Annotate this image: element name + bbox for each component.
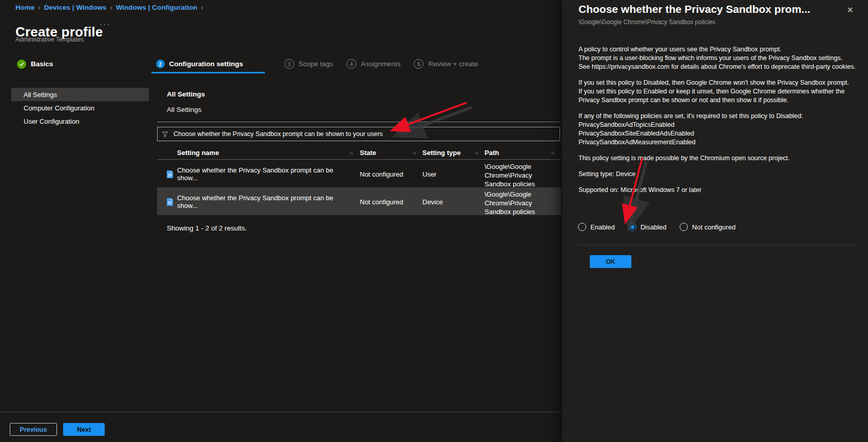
wizard-steps: Basics 2 Configuration settings 3 Scope …	[17, 59, 478, 69]
section-title: All Settings	[167, 90, 205, 98]
cell-setting-type: Device	[422, 198, 485, 206]
policy-document-icon	[166, 170, 173, 178]
breadcrumb-chevron-icon: ›	[110, 4, 112, 11]
policy-description-paragraph: If you set this policy to Disabled, then…	[578, 79, 856, 105]
tab-label: Assignments	[361, 60, 400, 68]
radio-not-configured[interactable]: Not configured	[680, 223, 736, 231]
previous-button[interactable]: Previous	[10, 423, 57, 436]
step-number-badge: 3	[284, 59, 294, 69]
cell-path: \Google\Google Chrome\Privacy Sandbox po…	[485, 160, 561, 188]
ok-button[interactable]: OK	[590, 255, 631, 268]
step-number-badge: 2	[156, 60, 165, 68]
cell-setting-name: Choose whether the Privacy Sandbox promp…	[177, 166, 360, 182]
breadcrumb-link-windows-configuration[interactable]: Windows | Configuration	[116, 4, 198, 11]
sort-arrows-icon: ↑↓	[551, 150, 554, 156]
radio-circle-icon	[680, 223, 688, 231]
tab-label: Review + create	[428, 60, 478, 68]
radio-enabled[interactable]: Enabled	[578, 223, 615, 231]
sort-arrows-icon: ↑↓	[350, 150, 353, 156]
radio-circle-icon	[628, 223, 636, 231]
column-header-setting-type[interactable]: Setting type ↑↓	[422, 149, 485, 157]
supported-on-text: Supported on: Microsoft Windows 7 or lat…	[578, 186, 856, 195]
sort-arrows-icon: ↑↓	[412, 150, 415, 156]
tab-label: Scope tags	[299, 60, 334, 68]
step-number-badge: 4	[346, 59, 356, 69]
pane-policy-path: \Google\Google Chrome\Privacy Sandbox po…	[578, 18, 716, 26]
sidebar-item-computer-configuration[interactable]: Computer Configuration	[11, 101, 149, 114]
tab-label: Configuration settings	[169, 60, 243, 68]
radio-label: Enabled	[590, 223, 615, 231]
filter-funnel-icon	[162, 131, 168, 138]
column-header-setting-name[interactable]: Setting name ↑↓	[177, 149, 360, 157]
table-row-user-setting[interactable]: Choose whether the Privacy Sandbox promp…	[157, 160, 561, 187]
settings-filter-box	[157, 127, 560, 141]
tab-scope-tags[interactable]: 3 Scope tags	[284, 59, 334, 69]
page-subtitle: Administrative Templates	[15, 36, 84, 43]
step-complete-check-icon	[17, 60, 26, 69]
breadcrumb-link-home[interactable]: Home	[15, 4, 35, 11]
tab-label: Basics	[31, 60, 53, 68]
cell-setting-type: User	[422, 170, 485, 178]
active-tab-underline	[151, 72, 265, 73]
radio-label: Disabled	[641, 223, 667, 231]
settings-table-header: Setting name ↑↓ State ↑↓ Setting type ↑↓…	[157, 146, 561, 160]
column-label: Path	[485, 149, 499, 157]
breadcrumb-chevron-icon: ›	[201, 4, 203, 11]
create-profile-page: Home › Devices | Windows › Windows | Con…	[0, 0, 868, 442]
pane-title: Choose whether the Privacy Sandbox prom.…	[578, 3, 845, 15]
policy-state-radio-group: Enabled Disabled Not configured	[578, 223, 736, 231]
breadcrumb-chevron-icon: ›	[38, 4, 41, 11]
tab-basics[interactable]: Basics	[17, 60, 53, 69]
cell-setting-name: Choose whether the Privacy Sandbox promp…	[177, 194, 360, 209]
settings-breadcrumb-all-settings[interactable]: All Settings	[167, 106, 202, 113]
step-number-badge: 5	[414, 59, 423, 69]
policy-description-paragraph: This policy setting is made possible by …	[578, 154, 856, 163]
tab-review-create[interactable]: 5 Review + create	[414, 59, 478, 69]
setting-detail-pane: Choose whether the Privacy Sandbox prom.…	[562, 0, 868, 442]
column-label: Setting name	[177, 149, 219, 157]
settings-filter-input[interactable]	[172, 130, 555, 138]
table-row-device-setting[interactable]: Choose whether the Privacy Sandbox promp…	[157, 187, 561, 215]
breadcrumb-link-devices-windows[interactable]: Devices | Windows	[44, 4, 106, 11]
breadcrumb: Home › Devices | Windows › Windows | Con…	[15, 4, 203, 11]
more-actions-ellipsis-icon[interactable]: ···	[100, 20, 110, 28]
policy-description-paragraph: If any of the following policies are set…	[578, 112, 856, 147]
footer-divider	[0, 412, 570, 412]
results-count-text: Showing 1 - 2 of 2 results.	[167, 224, 247, 232]
setting-type-text: Setting type: Device	[578, 170, 856, 179]
column-header-path[interactable]: Path ↑↓	[485, 149, 561, 157]
policy-description: A policy to control whether your users s…	[578, 45, 856, 202]
settings-sidenav: All Settings Computer Configuration User…	[11, 88, 149, 128]
column-label: Setting type	[422, 149, 460, 157]
cell-path: \Google\Google Chrome\Privacy Sandbox po…	[485, 187, 561, 216]
radio-circle-icon	[578, 223, 586, 231]
policy-description-paragraph: A policy to control whether your users s…	[578, 45, 856, 71]
policy-document-icon	[166, 198, 173, 206]
tab-configuration-settings[interactable]: 2 Configuration settings	[156, 60, 243, 68]
tab-assignments[interactable]: 4 Assignments	[346, 59, 400, 69]
pane-divider	[578, 245, 856, 245]
next-button[interactable]: Next	[63, 423, 105, 436]
radio-disabled[interactable]: Disabled	[628, 223, 667, 231]
column-label: State	[360, 149, 376, 157]
sort-arrows-icon: ↑↓	[474, 150, 477, 156]
radio-label: Not configured	[692, 223, 736, 231]
column-header-state[interactable]: State ↑↓	[360, 149, 422, 157]
content-divider	[157, 122, 561, 122]
close-icon[interactable]: ✕	[847, 5, 854, 15]
cell-state: Not configured	[360, 198, 422, 206]
cell-state: Not configured	[360, 170, 422, 178]
sidebar-item-all-settings[interactable]: All Settings	[11, 88, 149, 101]
sidebar-item-user-configuration[interactable]: User Configuration	[11, 114, 149, 128]
